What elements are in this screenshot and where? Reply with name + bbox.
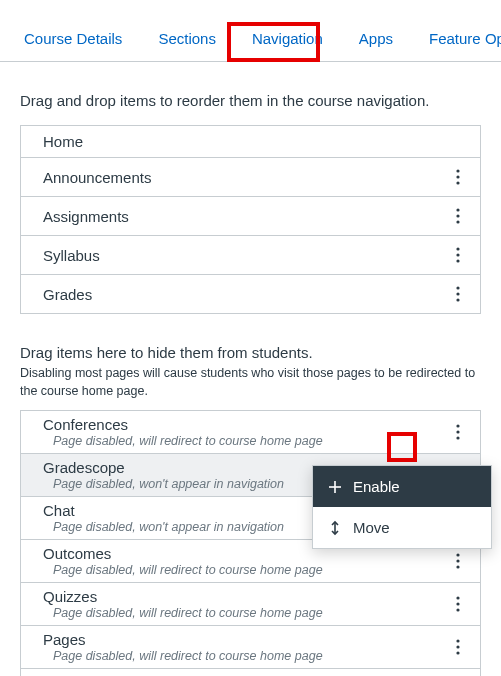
- nav-item[interactable]: Assignments: [21, 197, 480, 236]
- kebab-icon[interactable]: [446, 204, 470, 228]
- hidden-sub-description: Disabling most pages will cause students…: [20, 365, 481, 400]
- kebab-icon[interactable]: [446, 592, 470, 616]
- svg-point-21: [456, 553, 459, 556]
- enabled-nav-list: Home Announcements Assignments Syllabus …: [20, 125, 481, 314]
- nav-item-label: Announcements: [43, 169, 151, 186]
- svg-point-26: [456, 608, 459, 611]
- nav-item-sub: Page disabled, will redirect to course h…: [43, 606, 446, 620]
- menu-move[interactable]: Move: [313, 507, 491, 548]
- svg-point-22: [456, 559, 459, 562]
- nav-item[interactable]: Quizzes Page disabled, will redirect to …: [21, 583, 480, 626]
- nav-item-label: Conferences: [43, 416, 446, 433]
- move-icon: [327, 520, 343, 536]
- kebab-icon[interactable]: [446, 282, 470, 306]
- nav-item-sub: Page disabled, will redirect to course h…: [43, 649, 446, 663]
- tab-navigation[interactable]: Navigation: [248, 20, 327, 61]
- nav-item[interactable]: Home: [21, 126, 480, 158]
- menu-enable[interactable]: Enable: [313, 466, 491, 507]
- kebab-icon[interactable]: [446, 549, 470, 573]
- svg-point-28: [456, 645, 459, 648]
- svg-point-24: [456, 596, 459, 599]
- svg-point-0: [456, 169, 459, 172]
- kebab-icon[interactable]: [446, 635, 470, 659]
- nav-item[interactable]: Modules Page disabled, will redirect to …: [21, 669, 480, 676]
- menu-move-label: Move: [353, 519, 390, 536]
- svg-point-13: [456, 430, 459, 433]
- nav-item-label: Syllabus: [43, 247, 100, 264]
- svg-point-10: [456, 292, 459, 295]
- nav-item[interactable]: Announcements: [21, 158, 480, 197]
- kebab-icon[interactable]: [446, 243, 470, 267]
- svg-point-14: [456, 436, 459, 439]
- tab-apps[interactable]: Apps: [355, 20, 397, 61]
- svg-point-23: [456, 565, 459, 568]
- settings-tabs: Course Details Sections Navigation Apps …: [0, 0, 501, 62]
- nav-item-label: Quizzes: [43, 588, 446, 605]
- svg-point-12: [456, 424, 459, 427]
- nav-item-sub: Page disabled, will redirect to course h…: [43, 434, 446, 448]
- svg-point-27: [456, 639, 459, 642]
- hidden-description: Drag items here to hide them from studen…: [20, 344, 481, 361]
- nav-item[interactable]: Grades: [21, 275, 480, 313]
- svg-point-25: [456, 602, 459, 605]
- svg-point-1: [456, 175, 459, 178]
- nav-item[interactable]: Syllabus: [21, 236, 480, 275]
- nav-item[interactable]: Pages Page disabled, will redirect to co…: [21, 626, 480, 669]
- enabled-description: Drag and drop items to reorder them in t…: [0, 62, 501, 125]
- nav-item-label: Home: [43, 133, 83, 150]
- nav-item-sub: Page disabled, will redirect to course h…: [43, 563, 446, 577]
- nav-item[interactable]: Conferences Page disabled, will redirect…: [21, 411, 480, 454]
- svg-point-7: [456, 253, 459, 256]
- svg-point-9: [456, 286, 459, 289]
- plus-icon: [327, 479, 343, 495]
- nav-item-label: Assignments: [43, 208, 129, 225]
- context-menu: Enable Move: [312, 465, 492, 549]
- svg-point-2: [456, 181, 459, 184]
- nav-item-label: Grades: [43, 286, 92, 303]
- tab-course-details[interactable]: Course Details: [20, 20, 126, 61]
- svg-point-6: [456, 247, 459, 250]
- svg-point-29: [456, 651, 459, 654]
- tab-feature-options[interactable]: Feature Options: [425, 20, 501, 61]
- svg-point-8: [456, 259, 459, 262]
- nav-item-label: Pages: [43, 631, 446, 648]
- svg-point-4: [456, 214, 459, 217]
- svg-point-5: [456, 220, 459, 223]
- kebab-icon[interactable]: [446, 165, 470, 189]
- svg-point-3: [456, 208, 459, 211]
- svg-point-11: [456, 298, 459, 301]
- kebab-icon[interactable]: [446, 420, 470, 444]
- menu-enable-label: Enable: [353, 478, 400, 495]
- tab-sections[interactable]: Sections: [154, 20, 220, 61]
